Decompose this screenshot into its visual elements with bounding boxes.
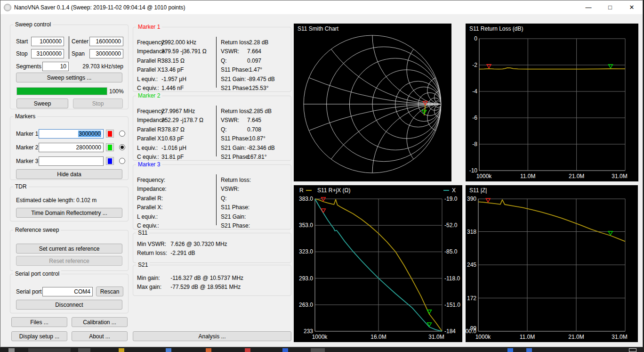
start-button-icon[interactable] (8, 348, 15, 352)
files-button[interactable]: Files ... (11, 317, 67, 327)
tdr-button[interactable]: Time Domain Reflectometry ... (16, 208, 122, 218)
svg-text:S11 Return Loss (dB): S11 Return Loss (dB) (469, 25, 523, 32)
svg-text:-8: -8 (472, 141, 477, 147)
active-app-tile[interactable] (311, 348, 325, 352)
marker-detail-row: VSWR: (221, 185, 247, 194)
s11-return-loss-chart[interactable]: 0-2-4-6-8-101000k11.0M21.0M31.0MS11 Retu… (466, 24, 638, 181)
span-input[interactable]: 30000000 (89, 49, 123, 58)
display-setup-button[interactable]: Display setup ... (11, 331, 67, 341)
taskbar-app-icon[interactable] (206, 348, 211, 352)
rescan-button[interactable]: Rescan (96, 287, 123, 296)
about-button[interactable]: About ... (72, 331, 128, 341)
s21-info-row: Min gain: -116.327 dB @ 10.5737 MHz (137, 274, 243, 283)
marker3-detail-panel: Marker 3 Frequency:Impedance:Parallel R:… (133, 164, 291, 229)
svg-text:S11 Smith Chart: S11 Smith Chart (298, 25, 339, 32)
detail-label: Impedance: (137, 116, 161, 125)
taskbar-app-icon[interactable] (245, 348, 250, 352)
taskbar-app-icon[interactable] (166, 348, 171, 352)
svg-text:21.0M: 21.0M (568, 334, 584, 340)
marker1-color-button[interactable] (106, 130, 114, 138)
set-reference-button[interactable]: Set current as reference (16, 244, 122, 254)
marker-detail-row: Return loss:-2.285 dB (221, 107, 275, 116)
marker2-color-button[interactable] (106, 143, 114, 151)
s11-smith-chart[interactable]: S11 Smith Chart (294, 24, 451, 181)
marker2-radio[interactable] (119, 144, 125, 150)
sweep-button[interactable]: Sweep (16, 98, 68, 108)
svg-text:S11 |Z|: S11 |Z| (469, 187, 487, 194)
close-button[interactable]: ✕ (621, 0, 643, 14)
stop-input[interactable]: 31000000 (31, 49, 64, 58)
analysis-button[interactable]: Analysis ... (133, 331, 291, 341)
search-box[interactable] (28, 348, 71, 352)
marker-detail-row: C equiv.:31.81 pF (137, 153, 203, 162)
marker1-radio[interactable] (119, 131, 125, 137)
svg-text:11.0M: 11.0M (520, 173, 535, 180)
detail-value: 10.63 pF (161, 135, 184, 142)
info-label: Max gain: (137, 283, 169, 292)
serial-port-group: Serial port control Serial port COM4 Res… (10, 274, 129, 313)
marker2-frequency-input[interactable]: 28000000 (39, 143, 104, 152)
minimize-button[interactable]: — (578, 0, 599, 14)
s11-info-panel: S11 Min VSWR: 7.626 @ 30.7320 MHz Return… (133, 233, 291, 263)
s21-info-row: Max gain: -77.529 dB @ 18.9581 MHz (137, 283, 243, 292)
info-label: Return loss: (137, 249, 169, 258)
marker-detail-row: S21 Gain: (221, 213, 247, 221)
info-label: Min VSWR: (137, 240, 169, 249)
taskbar-app-icon[interactable] (119, 348, 124, 352)
marker-detail-row: Parallel X:10.63 pF (137, 134, 203, 143)
svg-text:S11 R+jX (Ω): S11 R+jX (Ω) (317, 187, 350, 194)
marker1-frequency-input[interactable]: 3000000 (39, 129, 104, 139)
svg-text:390: 390 (467, 196, 476, 202)
sweep-settings-button[interactable]: Sweep settings ... (16, 73, 122, 82)
hide-data-button[interactable]: Hide data (16, 169, 122, 179)
detail-value: 167.81° (247, 154, 267, 160)
marker2-panel-title: Marker 2 (136, 92, 162, 99)
calibration-button[interactable]: Calibration ... (72, 317, 128, 327)
detail-label: VSWR: (221, 116, 247, 125)
maximize-button[interactable]: □ (599, 0, 621, 14)
serial-port-label: Serial port (16, 288, 42, 295)
detail-value: -2.285 dB (247, 108, 272, 115)
s11-rjx-chart[interactable]: 383.0353.0323.0293.0263.0233-19.0-52.0-8… (294, 185, 462, 342)
detail-label: VSWR: (221, 185, 247, 194)
marker-detail-row: VSWR:7.645 (221, 116, 275, 125)
segments-input[interactable]: 10 (42, 62, 69, 71)
start-input[interactable]: 1000000 (31, 37, 64, 46)
marker3-frequency-input[interactable] (39, 156, 104, 166)
window-title: NanoVNA Saver 0.1.4 (Sweep: 2019-11-02 0… (14, 4, 185, 11)
center-input[interactable]: 16000000 (89, 37, 123, 46)
taskbar-app-icon[interactable] (282, 348, 288, 352)
app-window: NanoVNA Saver 0.1.4 (Sweep: 2019-11-02 0… (0, 0, 643, 347)
marker1-detail-panel: Marker 1 Frequency:2992.000 kHzImpedance… (133, 27, 291, 92)
reset-reference-button[interactable]: Reset reference (16, 256, 122, 266)
s11-z-chart[interactable]: 390318245172100.0991000k11.0M21.0M31.0MS… (466, 185, 638, 342)
info-value: -2.291 dB (170, 250, 195, 256)
detail-label: Frequency: (137, 107, 161, 116)
stop-button[interactable]: Stop (73, 98, 123, 108)
marker-detail-row: S21 Phase:167.81° (221, 153, 275, 162)
marker3-color-swatch (108, 158, 112, 164)
taskbar-app-icon[interactable] (507, 348, 513, 352)
serial-port-input[interactable]: COM4 (42, 287, 93, 296)
disconnect-button[interactable]: Disconnect (16, 300, 122, 310)
divider (216, 174, 217, 225)
svg-text:-151.0: -151.0 (444, 302, 460, 308)
task-view-icon[interactable] (78, 348, 90, 352)
svg-text:1000k: 1000k (475, 334, 491, 340)
marker-detail-row: C equiv.:1.446 nF (137, 84, 207, 93)
taskbar-app-icon[interactable] (526, 348, 532, 352)
svg-text:31.0M: 31.0M (428, 334, 444, 340)
detail-label: Parallel X: (137, 65, 161, 74)
detail-label: S21 Phase: (221, 84, 247, 93)
marker3-radio[interactable] (119, 158, 125, 164)
progress-label: 100% (109, 88, 124, 95)
marker-detail-row: VSWR:7.664 (221, 47, 275, 56)
detail-value: 7.664 (247, 48, 261, 55)
detail-label: S21 Phase: (221, 221, 247, 230)
tray-icon[interactable] (629, 348, 636, 352)
marker-detail-row: Return loss:-2.28 dB (221, 38, 275, 47)
group-title-reference-sweep: Reference sweep (13, 227, 61, 233)
detail-label: S11 Phase: (221, 134, 247, 143)
svg-text:293.0: 293.0 (299, 275, 313, 282)
marker3-color-button[interactable] (106, 157, 114, 165)
